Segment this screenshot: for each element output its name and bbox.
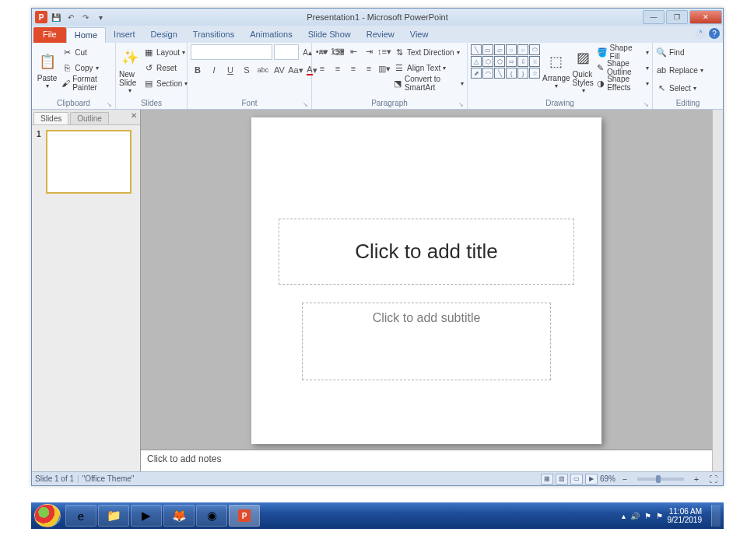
drawing-launcher-icon[interactable]: ↘ <box>644 101 649 108</box>
tab-home[interactable]: Home <box>66 27 106 43</box>
justify-icon[interactable]: ≡ <box>362 61 376 75</box>
outline-tab[interactable]: Outline <box>70 112 109 124</box>
paste-button[interactable]: 📋 Paste ▾ <box>35 44 59 96</box>
change-case-icon[interactable]: Aa▾ <box>289 63 303 77</box>
reading-view-icon[interactable]: ▭ <box>570 474 583 485</box>
cut-button[interactable]: ✂Cut <box>61 44 112 60</box>
tray-network-icon[interactable]: ⚑ <box>644 512 651 520</box>
panel-close-icon[interactable]: ✕ <box>131 111 137 120</box>
fit-to-window-icon[interactable]: ⛶ <box>706 472 720 486</box>
shape-effects-button[interactable]: ◑Shape Effects▾ <box>597 75 649 91</box>
arrange-icon: ⬚ <box>545 51 567 72</box>
taskbar-chrome-icon[interactable]: ◉ <box>196 505 227 527</box>
columns-icon[interactable]: ▥▾ <box>377 61 391 75</box>
minimize-button[interactable]: — <box>643 10 665 24</box>
thumb-number: 1 <box>37 130 43 194</box>
tab-animations[interactable]: Animations <box>242 27 300 43</box>
align-right-icon[interactable]: ≡ <box>346 61 360 75</box>
italic-icon[interactable]: I <box>207 63 221 77</box>
arrange-button[interactable]: ⬚Arrange▾ <box>542 44 570 96</box>
qat-dropdown-icon[interactable]: ▾ <box>94 11 107 23</box>
title-placeholder[interactable]: Click to add title <box>279 219 574 285</box>
reset-button[interactable]: ↺Reset <box>143 60 188 75</box>
taskbar-ie-icon[interactable]: e <box>65 505 96 527</box>
help-icon[interactable]: ? <box>709 28 720 39</box>
subtitle-placeholder[interactable]: Click to add subtitle <box>302 303 551 380</box>
new-slide-label: New Slide <box>119 70 141 87</box>
tab-slideshow[interactable]: Slide Show <box>300 27 359 43</box>
taskbar-media-icon[interactable]: ▶ <box>131 505 162 527</box>
tab-transitions[interactable]: Transitions <box>185 27 242 43</box>
section-button[interactable]: ▤Section▾ <box>143 75 188 91</box>
quick-styles-icon: ▨ <box>573 47 594 68</box>
font-launcher-icon[interactable]: ↘ <box>303 101 308 108</box>
select-button[interactable]: ↖Select▾ <box>656 80 696 96</box>
zoom-slider[interactable] <box>637 478 684 481</box>
notes-placeholder: Click to add notes <box>147 453 221 464</box>
zoom-out-icon[interactable]: − <box>618 472 632 486</box>
font-size-input[interactable] <box>274 44 299 60</box>
minimize-ribbon-icon[interactable]: ˄ <box>695 28 706 39</box>
file-tab[interactable]: File <box>33 27 66 43</box>
zoom-in-icon[interactable]: + <box>689 472 703 486</box>
shape-fill-button[interactable]: 🪣Shape Fill▾ <box>597 44 649 60</box>
copy-button[interactable]: ⎘Copy▾ <box>61 60 112 75</box>
notes-pane[interactable]: Click to add notes <box>141 450 712 471</box>
find-button[interactable]: 🔍Find <box>656 44 684 60</box>
start-button[interactable] <box>34 504 61 527</box>
tray-action-icon[interactable]: ⚑ <box>656 512 663 520</box>
align-left-icon[interactable]: ≡ <box>315 61 329 75</box>
undo-icon[interactable]: ↶ <box>65 11 77 23</box>
numbering-icon[interactable]: 1≡▾ <box>331 44 345 58</box>
char-spacing-icon[interactable]: AV <box>272 63 286 77</box>
slide-canvas[interactable]: Click to add title Click to add subtitle <box>141 110 712 450</box>
convert-smartart-button[interactable]: ⬔Convert to SmartArt▾ <box>394 75 464 91</box>
vertical-scrollbar[interactable] <box>712 110 723 471</box>
taskbar-powerpoint-icon[interactable]: P <box>229 505 260 527</box>
tray-up-icon[interactable]: ▴ <box>622 512 626 520</box>
tab-insert[interactable]: Insert <box>106 27 143 43</box>
tab-view[interactable]: View <box>402 27 437 43</box>
strike-icon[interactable]: S <box>240 63 254 77</box>
tray-volume-icon[interactable]: 🔊 <box>630 512 640 520</box>
paste-icon: 📋 <box>37 51 58 72</box>
tab-design[interactable]: Design <box>143 27 185 43</box>
bold-icon[interactable]: B <box>191 63 205 77</box>
taskbar-explorer-icon[interactable]: 📁 <box>98 505 129 527</box>
line-spacing-icon[interactable]: ↕≡▾ <box>377 44 391 58</box>
format-painter-button[interactable]: 🖌Format Painter <box>61 75 112 91</box>
close-button[interactable]: ✕ <box>689 10 722 24</box>
slides-tab[interactable]: Slides <box>33 112 68 124</box>
underline-icon[interactable]: U <box>223 63 237 77</box>
decrease-indent-icon[interactable]: ⇤ <box>346 44 360 58</box>
text-direction-button[interactable]: ⇅Text Direction▾ <box>394 44 464 60</box>
maximize-button[interactable]: ❐ <box>666 10 688 24</box>
align-text-button[interactable]: ☰Align Text▾ <box>394 60 464 75</box>
clipboard-launcher-icon[interactable]: ↘ <box>107 101 112 108</box>
shadow-icon[interactable]: abc <box>256 63 270 77</box>
normal-view-icon[interactable]: ▦ <box>541 474 553 485</box>
sorter-view-icon[interactable]: ▨ <box>556 474 568 485</box>
align-center-icon[interactable]: ≡ <box>331 61 345 75</box>
slideshow-view-icon[interactable]: ▶ <box>585 474 598 485</box>
group-editing: 🔍Find abReplace▾ ↖Select▾ Editing <box>653 43 723 109</box>
layout-button[interactable]: ▦Layout▾ <box>143 44 188 60</box>
new-slide-button[interactable]: ✨ New Slide ▾ <box>119 44 141 96</box>
quick-styles-button[interactable]: ▨Quick Styles▾ <box>573 44 594 96</box>
system-tray: ▴ 🔊 ⚑ ⚑ 11:06 AM 9/21/2019 <box>622 505 721 527</box>
taskbar-firefox-icon[interactable]: 🦊 <box>163 505 195 527</box>
paragraph-launcher-icon[interactable]: ↘ <box>458 101 464 108</box>
increase-indent-icon[interactable]: ⇥ <box>362 44 376 58</box>
show-desktop-button[interactable] <box>711 505 721 527</box>
layout-icon: ▦ <box>143 47 154 58</box>
tab-review[interactable]: Review <box>359 27 402 43</box>
bullets-icon[interactable]: •≡▾ <box>315 44 329 58</box>
taskbar-clock[interactable]: 11:06 AM 9/21/2019 <box>668 507 703 524</box>
save-icon[interactable]: 💾 <box>50 11 62 23</box>
redo-icon[interactable]: ↷ <box>79 11 92 23</box>
replace-button[interactable]: abReplace▾ <box>656 62 703 78</box>
font-name-input[interactable] <box>191 44 272 60</box>
shapes-gallery[interactable]: ╲▭▱○○⬭ △⬡⬠⇨⇩☆ ⬈◠╲{ }☆ <box>471 44 540 79</box>
slide-thumbnail[interactable]: 1 <box>37 130 135 194</box>
shape-outline-button[interactable]: ✎Shape Outline▾ <box>597 60 649 75</box>
